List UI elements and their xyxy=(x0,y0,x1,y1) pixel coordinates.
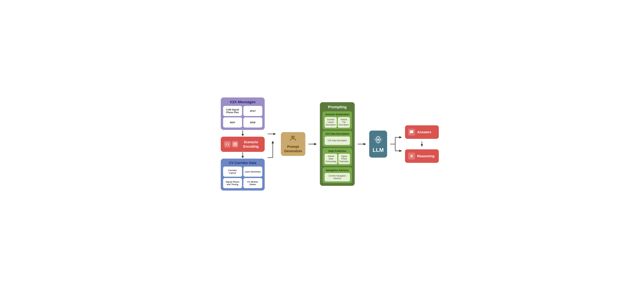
llm-box: LLM xyxy=(369,130,387,158)
arrow-promptgen-to-prompting xyxy=(308,142,317,146)
database-icon xyxy=(232,141,238,148)
cv-grid: Corridor Layout Lane Geometry Signal Pha… xyxy=(223,166,262,188)
arrow-encoding-to-promptgen xyxy=(268,98,278,190)
arrow-answers-to-reasoning xyxy=(405,142,439,146)
v2x-messages-box: V2X Messages CoM Signal Phase Plan SPaT … xyxy=(221,98,265,130)
scenario-explanation-section: Scenario Explanation Corridor Layout Des… xyxy=(322,111,352,130)
vehicle-state-forecasting: Vehicle State Forecasting xyxy=(324,154,337,164)
scenario-explanation-title: Scenario Explanation xyxy=(324,113,350,116)
v2x-item-1: SPaT xyxy=(244,106,262,116)
svg-rect-12 xyxy=(292,138,294,139)
v2x-data-desc: V2X Data Description xyxy=(324,136,350,145)
reasoning-title: Reasoning xyxy=(417,154,434,158)
state-prediction-grid: Vehicle State Forecasting Signal Phase E… xyxy=(324,154,350,164)
v2x-item-3: BSM xyxy=(244,118,262,128)
brain-icon xyxy=(408,152,415,160)
prompting-title: Prompting xyxy=(322,105,352,109)
architecture-diagram: V2X Messages CoM Signal Phase Plan SPaT … xyxy=(221,98,424,190)
svg-marker-26 xyxy=(421,144,423,146)
v2x-title: V2X Messages xyxy=(223,100,262,104)
scenario-items-grid: Corridor Layout Description Vehicle Trip… xyxy=(324,117,350,128)
scenario-encoding-box: Scenario Encoding xyxy=(221,137,265,152)
output-column: Answers Reasoning xyxy=(405,125,439,163)
state-prediction-title: State Prediction xyxy=(324,150,350,152)
cv-title: CV Corridor Data xyxy=(223,161,262,165)
answers-title: Answers xyxy=(417,130,431,134)
prompting-box: Prompting Scenario Explanation Corridor … xyxy=(320,102,355,186)
v2x-data-items: V2X Data Description xyxy=(324,136,350,145)
corridor-nav-advisory: Corridor Navigation Advisory xyxy=(324,173,350,182)
navigation-advisory-section: Navigation Advisory Corridor Navigation … xyxy=(322,167,352,183)
svg-marker-9 xyxy=(272,141,274,144)
reasoning-box: Reasoning xyxy=(405,149,439,163)
navigation-advisory-title: Navigation Advisory xyxy=(324,169,350,172)
svg-marker-21 xyxy=(399,136,402,138)
arrow-v2x-to-encoding xyxy=(240,130,245,136)
v2x-item-2: MAP xyxy=(223,118,242,128)
svg-point-2 xyxy=(234,143,236,144)
svg-point-11 xyxy=(293,136,295,138)
svg-marker-1 xyxy=(242,134,244,136)
arrow-prompting-to-llm xyxy=(358,142,366,146)
svg-marker-24 xyxy=(399,150,402,152)
cv-item-3: CV Motion States xyxy=(244,178,262,188)
prompt-gen-icon xyxy=(290,135,296,143)
state-prediction-section: State Prediction Vehicle State Forecasti… xyxy=(322,148,352,166)
v2x-item-0: CoM Signal Phase Plan xyxy=(223,106,242,116)
svg-marker-4 xyxy=(242,156,244,158)
cv-item-1: Lane Geometry xyxy=(244,166,262,177)
cv-corridor-box: CV Corridor Data Corridor Layout Lane Ge… xyxy=(221,158,265,190)
cv-item-0: Corridor Layout xyxy=(223,166,242,177)
svg-point-17 xyxy=(377,139,379,140)
arrow-llm-to-outputs xyxy=(390,130,402,158)
prompt-generation-box: Prompt Generation xyxy=(281,132,306,156)
chat-icon xyxy=(408,128,415,136)
cv-item-2: Signal Phase and Timing xyxy=(223,178,242,188)
v2x-data-section: V2X Data Description V2X Data Descriptio… xyxy=(322,131,352,146)
answers-box: Answers xyxy=(405,125,439,139)
scenario-encoding-title: Scenario Encoding xyxy=(241,140,261,149)
nav-advisory-items: Corridor Navigation Advisory xyxy=(324,173,350,182)
v2x-grid: CoM Signal Phase Plan SPaT MAP BSM xyxy=(223,106,262,128)
llm-title: LLM xyxy=(372,147,384,153)
signal-phase-estimation: Signal Phase Estimation xyxy=(338,154,350,164)
left-column: V2X Messages CoM Signal Phase Plan SPaT … xyxy=(221,98,265,190)
llm-icon xyxy=(373,135,383,145)
code-icon xyxy=(224,141,230,148)
svg-point-28 xyxy=(411,156,412,156)
svg-marker-6 xyxy=(274,133,276,135)
arrow-encoding-to-cv xyxy=(240,152,245,158)
svg-marker-16 xyxy=(364,143,366,145)
vehicle-trip-desc: Vehicle Trip Description xyxy=(338,117,350,128)
se-icons xyxy=(224,141,238,148)
v2x-data-title: V2X Data Description xyxy=(324,132,350,135)
svg-marker-14 xyxy=(314,143,317,145)
corridor-layout-desc: Corridor Layout Description xyxy=(324,117,337,128)
prompt-gen-title: Prompt Generation xyxy=(284,144,302,153)
